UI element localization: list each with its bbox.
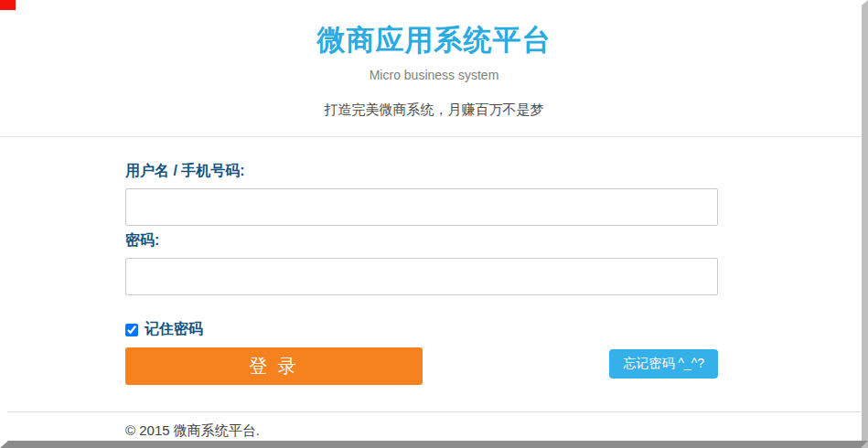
remember-checkbox[interactable] (125, 324, 138, 336)
footer-divider (7, 411, 861, 412)
username-label: 用户名 / 手机号码: (125, 162, 718, 181)
remember-label[interactable]: 记住密码 (145, 320, 203, 339)
password-label: 密码: (125, 231, 718, 251)
remember-row: 记住密码 (125, 320, 718, 339)
username-input[interactable] (125, 188, 718, 226)
login-form: 用户名 / 手机号码: 密码: 记住密码 登 录 忘记密码 ^_^? (125, 162, 718, 385)
screen-marker (0, 0, 16, 10)
page-subtitle: Micro business system (0, 68, 868, 82)
scrollbar-track[interactable] (862, 0, 868, 442)
button-row: 登 录 忘记密码 ^_^? (125, 347, 718, 385)
page-tagline: 打造完美微商系统，月赚百万不是梦 (0, 101, 868, 119)
page-title: 微商应用系统平台 (0, 0, 868, 59)
copyright-text: © 2015 微商系统平台. (125, 422, 868, 440)
page-header: 微商应用系统平台 Micro business system 打造完美微商系统，… (0, 0, 868, 137)
login-button[interactable]: 登 录 (125, 347, 423, 385)
window-bottom-edge (0, 441, 868, 448)
page-footer: © 2015 微商系统平台. (0, 422, 868, 440)
forgot-password-button[interactable]: 忘记密码 ^_^? (609, 349, 718, 379)
password-input[interactable] (125, 258, 718, 295)
